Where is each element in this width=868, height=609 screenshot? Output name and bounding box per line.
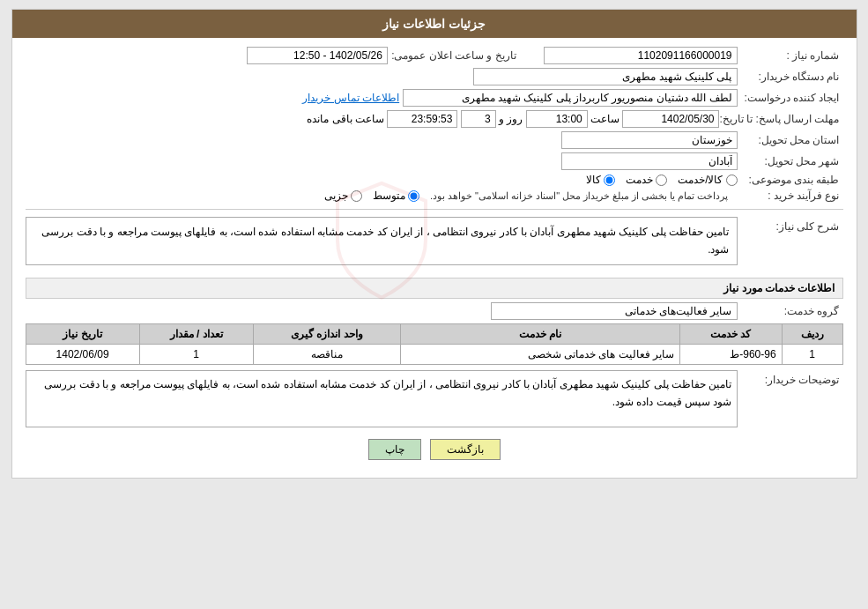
reply-remaining-input[interactable]	[387, 110, 457, 128]
proc-option1-label: جزیی	[324, 189, 348, 202]
cat-option3-label: کالا/خدمت	[678, 174, 723, 186]
province-input[interactable]	[561, 131, 738, 149]
row-need-number: شماره نیاز : تاریخ و ساعت اعلان عمومی:	[26, 47, 843, 64]
content-area: شماره نیاز : تاریخ و ساعت اعلان عمومی: ن…	[12, 38, 857, 478]
need-number-input[interactable]	[544, 47, 738, 64]
services-table: ردیف کد خدمت نام خدمت واحد اندازه گیری ت…	[26, 323, 843, 365]
page-title: جزئیات اطلاعات نیاز	[382, 17, 486, 31]
table-header-row: ردیف کد خدمت نام خدمت واحد اندازه گیری ت…	[26, 323, 842, 344]
proc-small-radio[interactable]	[351, 190, 362, 202]
description-wrap: تامین حفاظت پلی کلینیک شهید مطهری آبادان…	[26, 217, 738, 271]
table-row: 1 960-96-ط سایر فعالیت های خدماتی شخصی م…	[26, 344, 842, 364]
cell-row: 1	[782, 344, 842, 364]
cat-option1-label: کالا	[586, 174, 601, 186]
creator-input[interactable]	[403, 89, 738, 107]
row-description: شرح کلی نیاز: تامین حفاظت پلی کلینیک شهی…	[26, 217, 843, 271]
buyer-desc-label: توضیحات خریدار:	[738, 370, 843, 386]
row-province: استان محل تحویل:	[26, 131, 843, 149]
buyer-org-label: نام دستگاه خریدار:	[738, 71, 843, 83]
process-label: نوع فرآیند خرید :	[738, 189, 843, 202]
proc-option2-label: متوسط	[373, 189, 405, 202]
reply-time-input[interactable]	[526, 110, 588, 128]
cell-qty: 1	[139, 344, 253, 364]
row-buyer-org: نام دستگاه خریدار:	[26, 68, 843, 85]
cell-code: 960-96-ط	[680, 344, 783, 364]
reply-deadline-label: مهلت ارسال پاسخ: تا تاریخ:	[719, 113, 842, 125]
service-group-label: گروه خدمت:	[738, 305, 843, 317]
need-number-label: شماره نیاز :	[738, 49, 843, 62]
buyer-org-input[interactable]	[473, 68, 738, 85]
cat-option2-label: خدمت	[626, 174, 653, 186]
main-container: جزئیات اطلاعات نیاز شماره نیاز : تاریخ و…	[11, 9, 857, 479]
row-creator: ایجاد کننده درخواست: اطلاعات تماس خریدار	[26, 89, 843, 107]
cell-name: سایر فعالیت های خدماتی شخصی	[401, 344, 680, 364]
reply-time-label: ساعت	[590, 113, 619, 125]
col-code: کد خدمت	[680, 323, 783, 344]
city-input[interactable]	[561, 152, 738, 170]
cat-service-label[interactable]: خدمت	[626, 174, 667, 186]
cat-kala-service-label[interactable]: کالا/خدمت	[678, 174, 737, 186]
reply-day-label: روز و	[499, 113, 523, 125]
province-label: استان محل تحویل:	[738, 134, 843, 146]
cat-service-radio[interactable]	[656, 175, 667, 186]
reply-remaining-label: ساعت باقی مانده	[307, 113, 384, 125]
category-radio-group: کالا/خدمت خدمت کالا	[586, 174, 737, 186]
services-section-title: اطلاعات خدمات مورد نیاز	[26, 278, 843, 299]
row-city: شهر محل تحویل:	[26, 152, 843, 170]
cat-kala-service-radio[interactable]	[726, 175, 738, 186]
process-radio-group: پرداخت تمام یا بخشی از مبلغ خریداز محل "…	[324, 189, 738, 202]
service-group-input[interactable]	[491, 302, 738, 320]
col-row: ردیف	[782, 323, 842, 344]
creator-label: ایجاد کننده درخواست:	[738, 92, 843, 104]
announce-date-input[interactable]	[247, 47, 388, 64]
row-process: نوع فرآیند خرید : پرداخت تمام یا بخشی از…	[26, 189, 843, 202]
cell-unit: مناقصه	[253, 344, 400, 364]
col-qty: تعداد / مقدار	[139, 323, 253, 344]
buyer-desc-textarea[interactable]	[26, 370, 738, 427]
proc-note: پرداخت تمام یا بخشی از مبلغ خریداز محل "…	[430, 190, 729, 202]
col-unit: واحد اندازه گیری	[253, 323, 400, 344]
row-reply-deadline: مهلت ارسال پاسخ: تا تاریخ: ساعت روز و سا…	[26, 110, 843, 128]
reply-days-input[interactable]	[461, 110, 496, 128]
row-service-group: گروه خدمت:	[26, 302, 843, 320]
announce-date-label: تاریخ و ساعت اعلان عمومی:	[388, 49, 520, 62]
row-category: طبقه بندی موضوعی: کالا/خدمت خدمت کالا	[26, 174, 843, 186]
divider-1	[26, 209, 843, 210]
description-text: تامین حفاظت پلی کلینیک شهید مطهری آبادان…	[41, 226, 729, 256]
print-button[interactable]: چاپ	[368, 439, 421, 460]
description-box: تامین حفاظت پلی کلینیک شهید مطهری آبادان…	[26, 217, 738, 265]
cat-kala-label[interactable]: کالا	[586, 174, 615, 186]
reply-date-input[interactable]	[622, 110, 719, 128]
row-buyer-desc: توضیحات خریدار:	[26, 370, 843, 430]
page-header: جزئیات اطلاعات نیاز	[12, 10, 857, 38]
city-label: شهر محل تحویل:	[738, 155, 843, 167]
cell-date: 1402/06/09	[26, 344, 139, 364]
contact-link[interactable]: اطلاعات تماس خریدار	[302, 92, 399, 104]
buyer-desc-wrap	[26, 370, 738, 430]
proc-medium-radio[interactable]	[408, 190, 419, 202]
proc-small-label[interactable]: جزیی	[324, 189, 362, 202]
col-date: تاریخ نیاز	[26, 323, 139, 344]
description-label: شرح کلی نیاز:	[738, 217, 843, 233]
proc-medium-label[interactable]: متوسط	[373, 189, 419, 202]
back-button[interactable]: بازگشت	[430, 439, 501, 460]
col-name: نام خدمت	[401, 323, 680, 344]
category-label: طبقه بندی موضوعی:	[738, 174, 843, 186]
button-group: بازگشت چاپ	[26, 439, 843, 460]
cat-kala-radio[interactable]	[604, 175, 615, 186]
